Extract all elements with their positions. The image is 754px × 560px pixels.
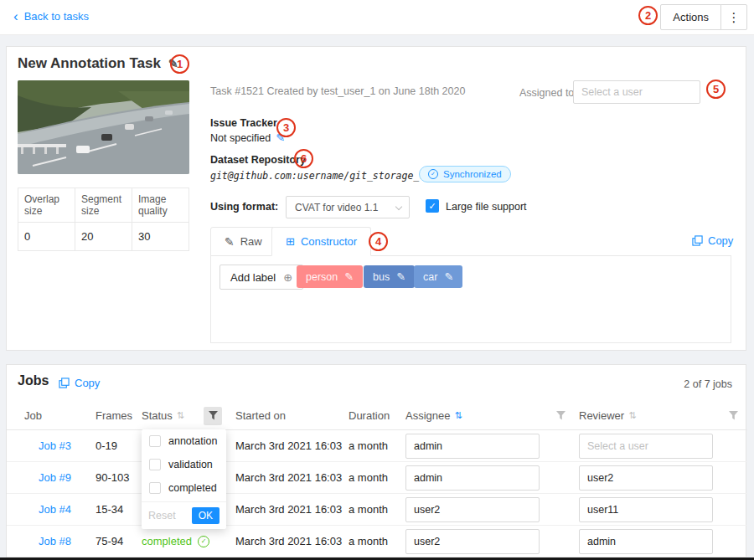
format-select[interactable]: CVAT for video 1.1 bbox=[286, 196, 410, 218]
job-assignee-input[interactable] bbox=[405, 529, 540, 554]
annotation-checkbox[interactable] bbox=[149, 435, 161, 447]
edit-label-car-icon[interactable]: ✎ bbox=[444, 270, 453, 283]
label-chip-person[interactable]: person ✎ bbox=[297, 265, 363, 288]
large-file-support-label: Large file support bbox=[446, 201, 527, 213]
label-chip-bus[interactable]: bus ✎ bbox=[364, 265, 415, 288]
jobs-table-header: Job Frames Status ⇅ Started on Duration … bbox=[7, 402, 747, 430]
status-sort-icon[interactable]: ⇅ bbox=[177, 410, 184, 421]
label-chip-person-name: person bbox=[306, 271, 338, 283]
job-duration: a month bbox=[349, 471, 405, 484]
vertical-ellipsis-icon: ⋮ bbox=[728, 10, 741, 24]
assignee-filter-icon[interactable] bbox=[556, 411, 566, 420]
callout-3: 3 bbox=[276, 118, 296, 137]
label-chip-car[interactable]: car ✎ bbox=[414, 265, 462, 288]
column-status: Status ⇅ bbox=[142, 407, 235, 425]
param-header-segment: Segment size bbox=[75, 188, 132, 223]
job-status-text: completed bbox=[142, 535, 192, 547]
constructor-tab-label: Constructor bbox=[301, 235, 357, 248]
callout-4: 4 bbox=[369, 232, 388, 251]
column-assignee-label[interactable]: Assignee bbox=[405, 409, 450, 422]
edit-label-person-icon[interactable]: ✎ bbox=[344, 270, 354, 283]
dataset-repository-label: Dataset Repository bbox=[210, 154, 306, 166]
job-assignee-input[interactable] bbox=[405, 465, 540, 491]
label-chip-car-name: car bbox=[423, 271, 437, 283]
param-header-overlap: Overlap size bbox=[18, 188, 75, 223]
assignee-sort-icon[interactable]: ⇅ bbox=[454, 410, 462, 421]
filter-option-validation[interactable]: validation bbox=[142, 453, 226, 476]
job-started-on: March 3rd 2021 16:03 bbox=[235, 439, 349, 452]
job-frames: 90-103 bbox=[96, 471, 142, 484]
filter-ok-button[interactable]: OK bbox=[192, 507, 219, 524]
task-details-card: New Annotation Task ✎ bbox=[6, 46, 746, 351]
job-link[interactable]: Job #8 bbox=[24, 535, 96, 547]
job-reviewer-input[interactable] bbox=[579, 497, 713, 522]
param-value-quality: 30 bbox=[132, 223, 189, 251]
column-status-label[interactable]: Status bbox=[142, 409, 173, 422]
back-to-tasks-label: Back to tasks bbox=[24, 10, 89, 23]
copy-jobs-label: Copy bbox=[75, 377, 100, 389]
column-started-on: Started on bbox=[235, 409, 349, 422]
large-file-support-checkbox[interactable]: ✓ bbox=[426, 199, 439, 213]
task-parameters-table: Overlap size Segment size Image quality … bbox=[18, 188, 189, 251]
param-value-overlap: 0 bbox=[18, 223, 75, 251]
column-reviewer-label[interactable]: Reviewer bbox=[579, 409, 624, 422]
filter-option-completed[interactable]: completed bbox=[142, 476, 226, 500]
actions-menu-button[interactable]: ⋮ bbox=[720, 4, 747, 30]
validation-checkbox[interactable] bbox=[149, 459, 161, 470]
job-link[interactable]: Job #3 bbox=[24, 439, 96, 452]
add-label-button[interactable]: Add label ⊕ bbox=[219, 265, 303, 290]
annotation-option-label: annotation bbox=[168, 435, 217, 447]
job-reviewer-input[interactable] bbox=[579, 465, 713, 491]
callout-1: 1 bbox=[170, 54, 189, 74]
status-filter-icon[interactable] bbox=[204, 407, 222, 425]
job-frames: 75-94 bbox=[96, 535, 142, 547]
copy-jobs-link[interactable]: Copy bbox=[59, 377, 100, 389]
chevron-down-icon bbox=[395, 203, 402, 210]
cvat-task-page: ‹ Back to tasks Actions ⋮ New Annotation… bbox=[0, 0, 754, 560]
job-duration: a month bbox=[349, 439, 405, 452]
tab-constructor[interactable]: ⊞ Constructor bbox=[271, 227, 371, 256]
column-job: Job bbox=[24, 409, 96, 422]
assignee-select-input[interactable] bbox=[573, 80, 700, 104]
edit-label-bus-icon[interactable]: ✎ bbox=[396, 270, 405, 283]
copy-icon bbox=[59, 378, 70, 388]
actions-button[interactable]: Actions bbox=[660, 4, 721, 30]
tab-raw[interactable]: ✎ Raw bbox=[210, 227, 276, 256]
job-assignee-input[interactable] bbox=[405, 434, 540, 459]
labels-constructor-panel: Add label ⊕ person ✎ bus ✎ car ✎ bbox=[210, 255, 731, 343]
callout-5: 5 bbox=[706, 80, 726, 99]
copy-icon bbox=[692, 235, 703, 246]
job-assignee-input[interactable] bbox=[405, 497, 540, 522]
issue-tracker-value-row: Not specified ✎ bbox=[210, 131, 285, 144]
back-to-tasks-link[interactable]: ‹ Back to tasks bbox=[13, 10, 89, 23]
param-header-quality: Image quality bbox=[132, 188, 189, 223]
callout-2: 2 bbox=[638, 6, 658, 25]
completed-option-label: completed bbox=[168, 482, 217, 494]
job-reviewer-input[interactable] bbox=[579, 434, 713, 459]
copy-labels-link[interactable]: Copy bbox=[692, 234, 733, 247]
job-duration: a month bbox=[349, 535, 405, 547]
job-started-on: March 3rd 2021 16:03 bbox=[235, 503, 349, 516]
format-select-value: CVAT for video 1.1 bbox=[295, 202, 378, 213]
completed-checkbox[interactable] bbox=[149, 482, 161, 494]
filter-option-annotation[interactable]: annotation bbox=[142, 429, 226, 453]
reviewer-filter-icon[interactable] bbox=[729, 411, 738, 420]
job-link[interactable]: Job #4 bbox=[24, 503, 96, 516]
constructor-tab-icon: ⊞ bbox=[286, 235, 295, 248]
chevron-left-icon: ‹ bbox=[13, 12, 18, 22]
job-frames: 0-19 bbox=[96, 439, 142, 452]
column-assignee: Assignee ⇅ bbox=[405, 409, 579, 422]
job-link[interactable]: Job #9 bbox=[24, 471, 96, 484]
job-reviewer-input[interactable] bbox=[579, 529, 713, 554]
job-frames: 15-34 bbox=[96, 503, 142, 516]
filter-reset-button[interactable]: Reset bbox=[148, 510, 176, 521]
sync-status-badge: ✓ Synchronized bbox=[419, 166, 511, 182]
raw-tab-pencil-icon: ✎ bbox=[225, 235, 235, 249]
status-filter-dropdown: annotation validation completed Reset OK bbox=[142, 429, 226, 529]
task-title: New Annotation Task bbox=[18, 55, 161, 72]
job-status: completed ✓ bbox=[142, 535, 235, 547]
issue-tracker-value: Not specified bbox=[210, 132, 271, 144]
jobs-section-title: Jobs bbox=[18, 373, 49, 388]
reviewer-sort-icon[interactable]: ⇅ bbox=[628, 410, 636, 421]
plus-circle-icon: ⊕ bbox=[283, 271, 292, 284]
